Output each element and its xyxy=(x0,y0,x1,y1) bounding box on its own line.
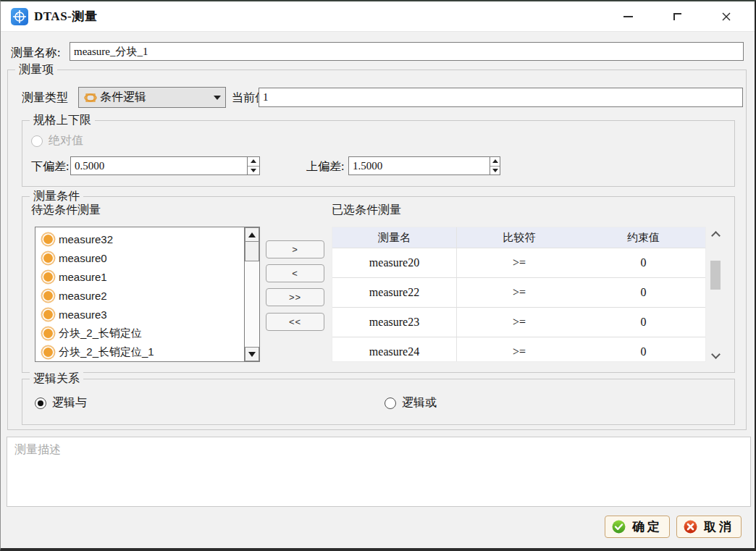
measure-type-label: 测量类型 xyxy=(22,91,68,106)
table-scrollbar[interactable] xyxy=(709,227,722,362)
arrow-down-icon xyxy=(248,352,256,357)
table-row[interactable]: measure24 >= 0 xyxy=(332,337,705,362)
lower-deviation-label: 下偏差: xyxy=(31,159,69,174)
selected-conditions-table[interactable]: 测量名 比较符 约束值 measure20 >= 0 measure22 >= … xyxy=(332,227,706,362)
logic-or-radio[interactable]: 逻辑或 xyxy=(385,395,437,411)
arrow-down-icon xyxy=(251,169,256,172)
cancel-cross-icon xyxy=(684,520,697,534)
group-spec-limits: 规格上下限 绝对值 下偏差: 上偏差: xyxy=(22,120,735,187)
radio-icon xyxy=(385,398,396,409)
list-item[interactable]: 分块_2_长销定位 xyxy=(35,324,244,342)
list-item-label: measure2 xyxy=(59,290,107,302)
column-header: 测量名 xyxy=(332,227,457,248)
upper-deviation-value[interactable] xyxy=(349,157,490,174)
dialog-window: DTAS-测量 测量名称: 测量项 测量类型 条件逻辑 xyxy=(0,0,756,551)
absolute-value-radio[interactable]: 绝对值 xyxy=(31,133,83,148)
move-left-button[interactable]: < xyxy=(266,264,324,282)
ok-button[interactable]: 确定 xyxy=(605,516,670,538)
table-row[interactable]: measure22 >= 0 xyxy=(332,278,705,308)
list-item[interactable]: measure0 xyxy=(35,248,244,267)
upper-deviation-spinner[interactable] xyxy=(348,156,500,175)
scrollbar-thumb[interactable] xyxy=(710,261,721,290)
logic-and-radio[interactable]: 逻辑与 xyxy=(35,395,87,411)
move-all-left-button[interactable]: << xyxy=(266,313,324,331)
scroll-down-button[interactable] xyxy=(711,350,721,359)
cell-comparator: >= xyxy=(457,308,581,337)
group-measure-condition-label: 测量条件 xyxy=(30,189,83,204)
lower-deviation-value[interactable] xyxy=(71,157,247,174)
list-item[interactable]: 分块_2_长销定位_1 xyxy=(35,342,244,361)
maximize-button[interactable] xyxy=(671,10,684,23)
cell-constraint: 0 xyxy=(581,337,705,362)
radio-icon xyxy=(31,135,43,147)
table-row[interactable]: measure23 >= 0 xyxy=(332,308,705,337)
cell-comparator: >= xyxy=(457,278,581,307)
close-icon xyxy=(721,12,731,22)
cancel-button[interactable]: 取消 xyxy=(676,516,742,538)
candidates-label: 待选条件测量 xyxy=(31,203,101,218)
selected-label: 已选条件测量 xyxy=(332,203,401,218)
spin-up-button[interactable] xyxy=(490,157,500,167)
spin-up-button[interactable] xyxy=(248,157,259,167)
candidate-list-scrollbar[interactable] xyxy=(244,227,259,361)
cell-comparator: >= xyxy=(457,337,581,362)
list-item[interactable]: measure32 xyxy=(35,230,244,248)
move-right-button[interactable]: > xyxy=(266,240,324,258)
table-row[interactable]: measure20 >= 0 xyxy=(332,248,705,278)
measure-icon xyxy=(43,329,53,338)
measure-type-icon xyxy=(83,91,98,105)
group-logic-relation: 逻辑关系 逻辑与 逻辑或 xyxy=(22,379,735,425)
title-bar[interactable]: DTAS-测量 xyxy=(1,1,755,32)
scroll-up-button[interactable] xyxy=(711,231,721,240)
group-measure-condition: 测量条件 待选条件测量 已选条件测量 measure32 measure0 me… xyxy=(22,196,735,373)
list-item-label: measure32 xyxy=(59,233,113,245)
scroll-up-button[interactable] xyxy=(245,227,259,242)
close-button[interactable] xyxy=(720,10,733,23)
measure-icon xyxy=(43,272,53,282)
move-all-right-button[interactable]: >> xyxy=(266,288,324,306)
radio-icon xyxy=(35,398,46,409)
minimize-button[interactable] xyxy=(621,10,634,23)
table-header-row: 测量名 比较符 约束值 xyxy=(332,227,705,248)
list-item-label: measure1 xyxy=(59,271,107,283)
app-icon xyxy=(11,8,28,25)
group-logic-relation-label: 逻辑关系 xyxy=(30,371,83,387)
arrow-down-icon xyxy=(492,169,498,172)
cell-measure-name: measure23 xyxy=(332,308,457,337)
cell-constraint: 0 xyxy=(581,308,705,337)
ok-button-label: 确定 xyxy=(632,518,663,535)
candidate-list[interactable]: measure32 measure0 measure1 measure2 mea… xyxy=(35,227,260,362)
spin-down-button[interactable] xyxy=(490,167,500,175)
measure-type-select[interactable]: 条件逻辑 xyxy=(78,87,226,108)
scroll-down-button[interactable] xyxy=(245,347,259,361)
group-spec-limits-label: 规格上下限 xyxy=(30,113,95,128)
list-item-label: measure0 xyxy=(59,252,107,264)
list-item-label: measure3 xyxy=(59,308,107,321)
list-item[interactable]: measure3 xyxy=(35,305,244,324)
measure-icon xyxy=(43,253,53,263)
list-item[interactable]: measure2 xyxy=(35,286,244,305)
chevron-down-icon xyxy=(214,96,221,100)
measure-type-value: 条件逻辑 xyxy=(100,90,211,105)
cell-measure-name: measure22 xyxy=(332,278,457,307)
logic-and-label: 逻辑与 xyxy=(52,395,87,411)
measure-icon xyxy=(43,235,53,244)
current-value-input[interactable] xyxy=(259,88,743,107)
measure-name-input[interactable] xyxy=(70,42,744,61)
measure-icon xyxy=(43,348,53,357)
arrow-up-icon xyxy=(251,159,256,163)
window-title: DTAS-测量 xyxy=(34,8,97,25)
cell-measure-name: measure20 xyxy=(332,248,457,277)
spin-down-button[interactable] xyxy=(248,167,259,175)
list-item[interactable]: measure1 xyxy=(35,267,244,286)
lower-deviation-spinner[interactable] xyxy=(70,156,260,175)
minimize-icon xyxy=(623,16,633,17)
arrow-up-icon xyxy=(492,159,498,163)
measure-icon xyxy=(43,310,53,319)
ok-check-icon xyxy=(612,520,626,534)
cell-comparator: >= xyxy=(457,248,581,277)
group-measure-item-label: 测量项 xyxy=(15,62,57,77)
column-header: 约束值 xyxy=(581,227,705,248)
scrollbar-thumb[interactable] xyxy=(245,242,259,261)
measure-description-input[interactable] xyxy=(7,437,751,507)
